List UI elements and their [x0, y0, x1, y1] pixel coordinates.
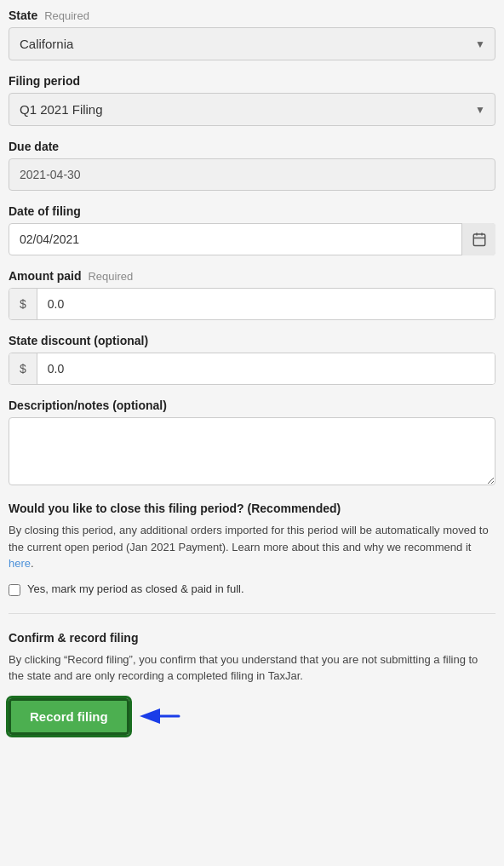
due-date-value: 2021-04-30 — [9, 158, 495, 191]
confirm-section: Confirm & record filing By clicking “Rec… — [9, 631, 495, 735]
date-of-filing-field: Date of filing — [9, 204, 495, 255]
filing-period-label: Filing period — [9, 74, 495, 88]
filing-period-select[interactable]: Q1 2021 Filing — [9, 93, 495, 126]
close-period-description: By closing this period, any additional o… — [9, 522, 495, 572]
state-discount-field: State discount (optional) $ — [9, 334, 495, 385]
amount-paid-label: Amount paid Required — [9, 269, 495, 283]
description-label: Description/notes (optional) — [9, 399, 495, 412]
filing-period-field: Filing period Q1 2021 Filing ▼ — [9, 74, 495, 126]
date-input-wrapper — [9, 223, 495, 255]
due-date-label: Due date — [9, 140, 495, 153]
confirm-title: Confirm & record filing — [9, 631, 495, 645]
calendar-icon — [472, 232, 487, 247]
close-period-checkbox[interactable] — [9, 584, 20, 596]
date-of-filing-label: Date of filing — [9, 204, 495, 218]
record-filing-button[interactable]: Record filing — [9, 698, 129, 735]
amount-paid-prefix: $ — [9, 289, 37, 319]
arrow-indicator-icon — [136, 703, 183, 729]
record-btn-wrapper: Record filing — [9, 698, 129, 735]
due-date-field: Due date 2021-04-30 — [9, 140, 495, 191]
calendar-button[interactable] — [461, 223, 495, 255]
state-discount-input[interactable] — [37, 353, 495, 384]
state-select[interactable]: California — [9, 27, 495, 60]
amount-paid-input-wrapper: $ — [9, 288, 495, 320]
state-select-wrapper: California ▼ — [9, 27, 495, 60]
amount-paid-input[interactable] — [37, 289, 495, 319]
close-period-section: Would you like to close this filing peri… — [9, 502, 495, 596]
amount-paid-field: Amount paid Required $ — [9, 269, 495, 320]
close-period-title: Would you like to close this filing peri… — [9, 502, 495, 515]
description-textarea[interactable] — [9, 417, 495, 485]
state-discount-prefix: $ — [9, 353, 37, 384]
state-label: State Required — [9, 9, 495, 22]
section-divider — [9, 613, 495, 614]
svg-rect-0 — [473, 234, 485, 246]
description-field: Description/notes (optional) — [9, 399, 495, 488]
state-discount-input-wrapper: $ — [9, 353, 495, 385]
state-field: State Required California ▼ — [9, 9, 495, 60]
close-period-checkbox-label[interactable]: Yes, mark my period as closed & paid in … — [9, 582, 495, 596]
confirm-description: By clicking “Record filing”, you confirm… — [9, 651, 495, 685]
state-discount-label: State discount (optional) — [9, 334, 495, 347]
close-period-link[interactable]: here — [9, 557, 31, 570]
date-of-filing-input[interactable] — [9, 223, 495, 255]
filing-period-select-wrapper: Q1 2021 Filing ▼ — [9, 93, 495, 126]
